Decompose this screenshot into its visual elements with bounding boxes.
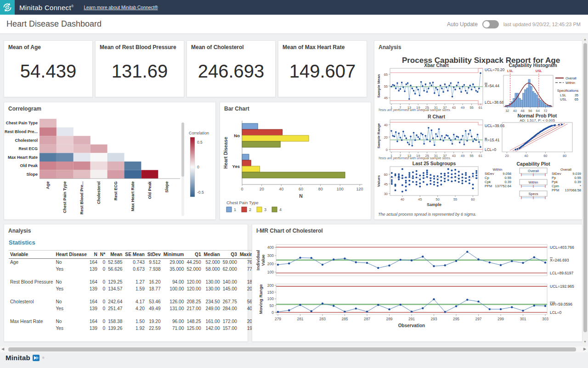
horizontal-scrollbar[interactable]: ◀ ▶ xyxy=(0,346,588,352)
table-cell: 18.77 xyxy=(146,285,162,292)
minitab-connect-app: Minitab Connect® Learn more about Minita… xyxy=(0,0,588,368)
table-cell: 148.25 xyxy=(185,318,202,325)
column-header: Heart Disease xyxy=(54,251,88,259)
svg-text:55: 55 xyxy=(469,106,473,110)
svg-text:Rest Blood Pre...: Rest Blood Pre... xyxy=(5,129,38,134)
svg-text:40: 40 xyxy=(279,187,283,191)
svg-text:StDev: StDev xyxy=(485,172,494,176)
panel-title: Analysis xyxy=(379,44,401,50)
svg-text:Specs: Specs xyxy=(529,192,538,196)
svg-text:300: 300 xyxy=(267,253,274,258)
svg-text:56: 56 xyxy=(528,109,532,113)
learn-more-link[interactable]: Learn more about Minitab Connect® xyxy=(84,5,158,10)
table-cell: 0 xyxy=(99,298,107,305)
column-header: SE Mean xyxy=(124,251,146,259)
table-cell: 1.27 xyxy=(124,279,146,285)
scroll-up-icon[interactable]: ▲ xyxy=(583,38,587,41)
scroll-down-icon[interactable]: ▼ xyxy=(583,340,587,343)
svg-text:Individual: Individual xyxy=(255,250,260,270)
svg-text:48: 48 xyxy=(520,109,524,113)
column-header: Variable xyxy=(9,251,54,259)
svg-text:137068.58: 137068.58 xyxy=(565,188,581,192)
scroll-left-icon[interactable]: ◀ xyxy=(1,347,4,351)
svg-text:0.39: 0.39 xyxy=(504,180,511,184)
kpi-value: 54.439 xyxy=(4,61,92,82)
table-cell: 0 xyxy=(99,266,107,273)
bar-chart-panel: Bar Chart 020406080100120NHeart DiseaseN… xyxy=(220,102,371,220)
table-cell: 126.00 xyxy=(162,298,186,305)
vertical-scrollbar-thumb[interactable] xyxy=(583,43,587,332)
svg-text:Cholesterol: Cholesterol xyxy=(15,138,38,143)
table-cell xyxy=(9,266,54,273)
kpi-card-mean-rest-bp: Mean of Rest Blood Pressure 131.69 xyxy=(95,40,184,97)
svg-text:Cp: Cp xyxy=(485,176,489,180)
svg-text:Overall: Overall xyxy=(560,167,571,172)
table-row: Max Heart RateNo1640158.381.5019.2096.00… xyxy=(9,318,263,325)
panel-title: Bar Chart xyxy=(224,106,249,112)
kpi-title: Mean of Age xyxy=(8,44,41,50)
svg-text:UCL=192.965: UCL=192.965 xyxy=(550,284,574,289)
svg-text:Value: Value xyxy=(260,255,266,266)
column-header: Q3 xyxy=(221,251,238,259)
minitab-connect-sync-icon[interactable] xyxy=(0,0,15,15)
svg-text:49: 49 xyxy=(461,106,464,110)
svg-text:60: 60 xyxy=(543,154,547,158)
table-cell: 9.512 xyxy=(146,259,162,266)
svg-text:*: * xyxy=(580,184,581,188)
table-row: AgeNo164052.5850.7439.51229.00044.25052.… xyxy=(9,259,263,266)
svg-text:Last 25 Subgroups: Last 25 Subgroups xyxy=(413,161,456,166)
auto-update-toggle[interactable] xyxy=(482,20,499,28)
svg-text:Xbar Chart: Xbar Chart xyxy=(424,62,449,68)
scroll-right-icon[interactable]: ▶ xyxy=(583,347,586,351)
svg-text:Capability Plot: Capability Plot xyxy=(517,161,550,167)
table-cell: 44.250 xyxy=(185,259,202,266)
svg-text:Observation: Observation xyxy=(398,323,425,328)
horizontal-scrollbar-thumb[interactable] xyxy=(8,347,576,351)
auto-update-label: Auto Update xyxy=(447,21,478,28)
svg-text:100: 100 xyxy=(267,296,274,301)
svg-text:0: 0 xyxy=(197,165,199,169)
table-cell: 130.00 xyxy=(203,285,221,292)
table-cell: 35.000 xyxy=(162,266,186,273)
table-cell: 0 xyxy=(99,285,107,292)
svg-text:StDev: StDev xyxy=(552,172,561,176)
table-cell: 71.00 xyxy=(162,325,186,332)
svg-text:2: 2 xyxy=(249,207,251,212)
table-cell: 59.000 xyxy=(221,259,238,266)
svg-text:55: 55 xyxy=(384,84,388,89)
svg-text:0: 0 xyxy=(386,148,388,152)
kpi-title: Mean of Cholesterol xyxy=(191,44,244,50)
svg-text:283: 283 xyxy=(319,317,326,321)
table-cell: 139 xyxy=(88,325,99,332)
kpi-title: Mean of Rest Blood Pressure xyxy=(100,44,176,50)
svg-text:Slope: Slope xyxy=(164,181,169,193)
table-cell: No xyxy=(54,279,88,285)
svg-text:USL: USL xyxy=(536,69,543,72)
table-cell: 0 xyxy=(99,279,107,285)
svg-text:65: 65 xyxy=(575,97,578,101)
statistics-heading: Statistics xyxy=(9,239,35,246)
vertical-scrollbar[interactable]: ▲ ▼ xyxy=(582,37,588,345)
minitab-star-icon xyxy=(33,354,40,362)
table-cell xyxy=(9,325,54,332)
table-cell: 164 xyxy=(88,259,99,266)
footer-reg-mark: ® xyxy=(42,357,44,359)
svg-text:0.55: 0.55 xyxy=(504,176,511,180)
svg-text:Sample: Sample xyxy=(427,202,441,207)
column-header: StDev xyxy=(146,251,162,259)
svg-text:LCL=0: LCL=0 xyxy=(485,147,497,152)
svg-text:80: 80 xyxy=(563,154,566,158)
table-cell: 284.00 xyxy=(221,305,238,312)
svg-text:Cpm: Cpm xyxy=(552,184,559,188)
svg-text:9.058: 9.058 xyxy=(503,172,511,176)
svg-text:Normal Prob Plot: Normal Prob Plot xyxy=(518,113,557,118)
svg-text:AD: 1.517, P: < 0.005: AD: 1.517, P: < 0.005 xyxy=(520,118,555,123)
svg-text:The actual process spread is r: The actual process spread is represented… xyxy=(378,212,476,217)
table-cell: 249.00 xyxy=(203,305,221,312)
svg-text:0.39: 0.39 xyxy=(574,180,581,184)
imr-control-chart: 100200300400IndividualValueUCL=403.766X=… xyxy=(252,224,581,340)
svg-text:32: 32 xyxy=(505,109,509,113)
svg-text:UCL=70.20: UCL=70.20 xyxy=(485,67,505,72)
table-cell: 22.59 xyxy=(146,325,162,332)
table-cell: 161.00 xyxy=(203,318,221,325)
